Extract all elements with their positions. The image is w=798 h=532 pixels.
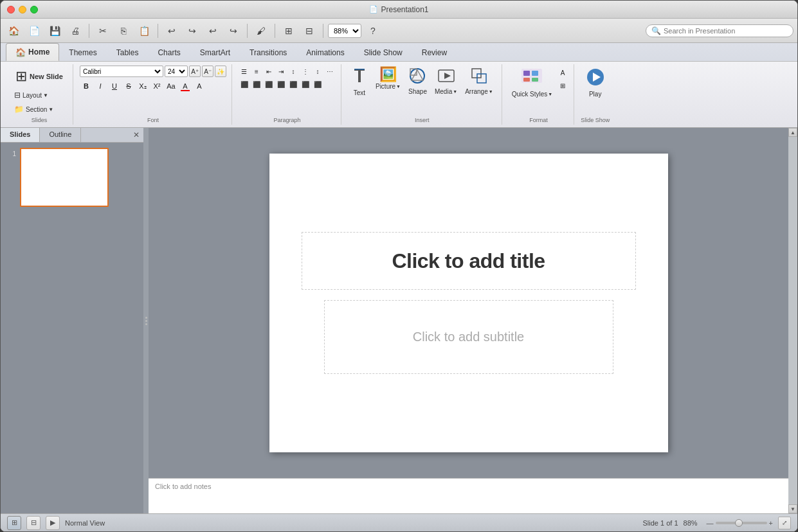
- inc-indent-btn[interactable]: ⇥: [275, 66, 287, 77]
- subtitle-placeholder[interactable]: Click to add subtitle: [324, 300, 613, 374]
- tab-tables[interactable]: Tables: [107, 43, 149, 61]
- play-btn[interactable]: Play: [583, 66, 608, 100]
- search-input[interactable]: [664, 27, 788, 35]
- scroll-up-btn[interactable]: ▲: [788, 128, 797, 137]
- right-scrollbar[interactable]: ▲ ▼: [788, 128, 797, 513]
- line-spacing-btn[interactable]: ↕: [312, 66, 323, 77]
- toolbar-print-btn[interactable]: 🖨: [66, 22, 84, 40]
- zoom-minus-btn[interactable]: —: [707, 519, 714, 527]
- new-slide-btn[interactable]: ⊞ New Slide: [11, 66, 68, 87]
- format-btn2[interactable]: ⊞: [557, 80, 568, 91]
- tab-slideshow[interactable]: Slide Show: [354, 43, 412, 61]
- toolbar-help-btn[interactable]: ?: [364, 22, 382, 40]
- bold-btn[interactable]: B: [80, 80, 93, 93]
- toolbar-undo2-btn[interactable]: ↩: [204, 22, 222, 40]
- align-bottom-btn[interactable]: ⬛: [312, 78, 323, 90]
- section-label: Section: [26, 106, 47, 113]
- toolbar-home-icon[interactable]: 🏠: [5, 22, 23, 40]
- maximize-button[interactable]: [30, 6, 38, 13]
- tab-review[interactable]: Review: [412, 43, 457, 61]
- toolbar-format-painter[interactable]: 🖌: [252, 22, 270, 40]
- ribbon-group-slides: ⊞ New Slide ⊟ Layout ▼ 📁 Sectio: [6, 64, 73, 125]
- title-placeholder[interactable]: Click to add title: [302, 232, 636, 290]
- insert-group-label: Insert: [415, 116, 430, 123]
- zoom-plus-btn[interactable]: +: [769, 519, 773, 527]
- align-center-btn[interactable]: ⬛: [251, 78, 262, 90]
- subtitle-placeholder-text: Click to add subtitle: [413, 330, 524, 344]
- toolbar-cut-btn[interactable]: ✂: [94, 22, 112, 40]
- close-button[interactable]: [7, 6, 15, 13]
- quick-styles-chevron: ▼: [548, 92, 552, 96]
- font-name-select[interactable]: Calibri: [80, 66, 163, 77]
- strikethrough-btn[interactable]: S: [122, 80, 135, 93]
- outline-tab[interactable]: Outline: [40, 128, 81, 142]
- font-highlight-btn[interactable]: A: [193, 80, 206, 93]
- layout-btn[interactable]: ⊟ Layout ▼: [11, 89, 68, 102]
- font-size-decrease[interactable]: A⁻: [202, 66, 213, 77]
- insert-picture-btn[interactable]: 🖼️ Picture ▼: [372, 66, 404, 92]
- picture-icon: 🖼️: [379, 67, 397, 82]
- quick-styles-btn[interactable]: Quick Styles ▼: [509, 66, 556, 100]
- more-para-btn[interactable]: ⋯: [324, 66, 336, 77]
- insert-media-btn[interactable]: Media ▼: [431, 66, 460, 97]
- minimize-button[interactable]: [19, 6, 26, 13]
- status-right: Slide 1 of 1 88% — + ⤢: [643, 517, 791, 529]
- normal-view-btn[interactable]: ⊞: [7, 516, 21, 530]
- insert-text-btn[interactable]: Text: [348, 66, 371, 98]
- align-left-btn[interactable]: ⬛: [239, 78, 250, 90]
- format-btn1[interactable]: A: [557, 67, 568, 78]
- underline-btn[interactable]: U: [108, 80, 121, 93]
- font-color-btn[interactable]: A: [179, 80, 192, 93]
- insert-shape-btn[interactable]: Shape: [405, 66, 430, 97]
- slide-panel-close[interactable]: ✕: [129, 128, 143, 142]
- subscript-btn[interactable]: X₂: [136, 80, 149, 93]
- text-case-btn[interactable]: Aa: [165, 80, 177, 93]
- clear-format-btn[interactable]: ✨: [215, 66, 226, 77]
- toolbar-redo2-btn[interactable]: ↪: [224, 22, 242, 40]
- toolbar-undo-btn[interactable]: ↩: [163, 22, 181, 40]
- grid-view-btn[interactable]: ⊟: [26, 516, 41, 530]
- present-view-btn[interactable]: ▶: [46, 516, 60, 530]
- insert-arrange-btn[interactable]: Arrange ▼: [462, 66, 496, 97]
- align-right-btn[interactable]: ⬛: [263, 78, 275, 90]
- font-size-increase[interactable]: A⁺: [189, 66, 201, 77]
- fullscreen-btn[interactable]: ⤢: [778, 517, 791, 529]
- tab-home[interactable]: 🏠 Home: [6, 43, 59, 61]
- align-top-btn[interactable]: ⬛: [287, 78, 299, 90]
- toolbar-arrange-btn[interactable]: ⊟: [300, 22, 318, 40]
- zoom-slider[interactable]: [716, 522, 767, 524]
- tab-charts[interactable]: Charts: [148, 43, 190, 61]
- align-justify-btn[interactable]: ⬛: [275, 78, 287, 90]
- toolbar-paste-btn[interactable]: 📋: [135, 22, 153, 40]
- columns-btn[interactable]: ⋮: [300, 66, 311, 77]
- tab-transitions[interactable]: Transitions: [240, 43, 296, 61]
- section-btn[interactable]: 📁 Section ▼: [11, 103, 68, 116]
- tab-smartart[interactable]: SmartArt: [190, 43, 240, 61]
- dec-indent-btn[interactable]: ⇤: [263, 66, 275, 77]
- scroll-down-btn[interactable]: ▼: [788, 504, 797, 513]
- slide-thumbnail-1[interactable]: [20, 148, 109, 207]
- app-window: 📄 Presentation1 🏠 📄 💾 🖨 ✂ ⎘ 📋 ↩ ↪ ↩ ↪ 🖌 …: [0, 0, 798, 532]
- text-direction-btn[interactable]: ↕: [287, 66, 299, 77]
- toolbar-copy-btn[interactable]: ⎘: [114, 22, 132, 40]
- italic-btn[interactable]: I: [94, 80, 107, 93]
- panel-resize-handle[interactable]: [143, 128, 149, 513]
- toolbar-new-btn[interactable]: 📄: [25, 22, 43, 40]
- bullets-btn[interactable]: ☰: [239, 66, 250, 77]
- slide-canvas[interactable]: Click to add title Click to add subtitle: [269, 154, 668, 452]
- numbering-btn[interactable]: ≡: [251, 66, 262, 77]
- traffic-lights: [7, 6, 38, 13]
- toolbar-media-btn[interactable]: ⊞: [280, 22, 298, 40]
- font-size-select[interactable]: 24: [165, 66, 188, 77]
- tab-animations[interactable]: Animations: [296, 43, 354, 61]
- window-title: 📄 Presentation1: [369, 5, 428, 14]
- toolbar-redo-btn[interactable]: ↪: [183, 22, 201, 40]
- slides-tab[interactable]: Slides: [1, 128, 40, 142]
- align-middle-btn[interactable]: ⬛: [300, 78, 311, 90]
- toolbar-save-btn[interactable]: 💾: [46, 22, 64, 40]
- zoom-select[interactable]: 88% 50% 75% 100%: [328, 24, 361, 38]
- view-label: Normal View: [65, 519, 105, 527]
- superscript-btn[interactable]: X²: [150, 80, 163, 93]
- notes-area[interactable]: Click to add notes: [149, 478, 788, 513]
- tab-themes[interactable]: Themes: [59, 43, 106, 61]
